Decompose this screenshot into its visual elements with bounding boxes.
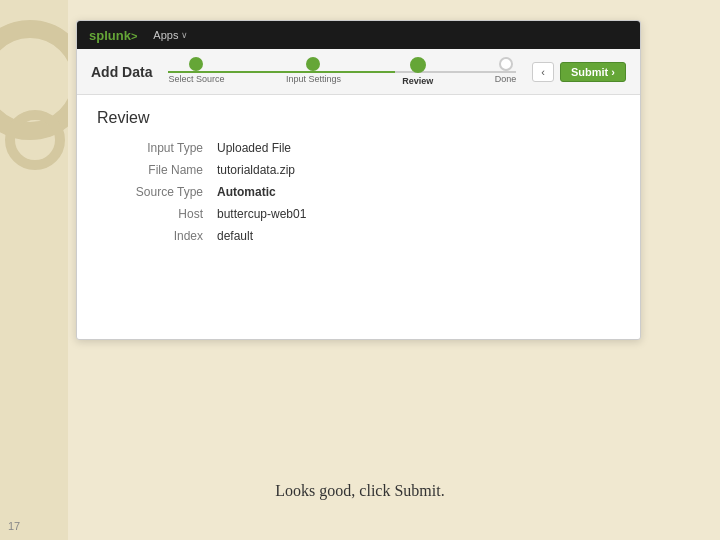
field-value: Automatic	[217, 185, 276, 199]
step-review: Review	[402, 57, 433, 86]
table-row: Input TypeUploaded File	[97, 141, 620, 155]
nav-actions: ‹ Submit ›	[532, 62, 626, 82]
field-label: Input Type	[97, 141, 217, 155]
page-number: 17	[8, 520, 20, 532]
field-label: File Name	[97, 163, 217, 177]
progress-stepper: Select Source Input Settings Review Done	[168, 57, 516, 86]
field-value: default	[217, 229, 253, 243]
submit-button[interactable]: Submit ›	[560, 62, 626, 82]
page-title: Add Data	[91, 64, 152, 80]
step-label-2: Input Settings	[286, 74, 341, 84]
review-title: Review	[97, 109, 620, 127]
bottom-caption: Looks good, click Submit.	[275, 482, 444, 500]
step-circle-2	[306, 57, 320, 71]
step-done: Done	[495, 57, 517, 86]
field-label: Source Type	[97, 185, 217, 199]
stepper-steps: Select Source Input Settings Review Done	[168, 57, 516, 86]
table-row: Source TypeAutomatic	[97, 185, 620, 199]
back-button[interactable]: ‹	[532, 62, 554, 82]
step-circle-1	[189, 57, 203, 71]
main-content: splunk> Apps ∨ Add Data Select Source	[76, 20, 696, 500]
browser-window: splunk> Apps ∨ Add Data Select Source	[76, 20, 641, 340]
field-value: Uploaded File	[217, 141, 291, 155]
step-label-4: Done	[495, 74, 517, 84]
field-value: buttercup-web01	[217, 207, 306, 221]
left-decoration	[0, 0, 68, 540]
field-label: Host	[97, 207, 217, 221]
circle-small	[5, 110, 65, 170]
field-value: tutorialdata.zip	[217, 163, 295, 177]
field-label: Index	[97, 229, 217, 243]
step-input-settings: Input Settings	[286, 57, 341, 86]
review-table: Input TypeUploaded FileFile Nametutorial…	[97, 141, 620, 243]
step-circle-3	[410, 57, 426, 73]
apps-chevron-icon: ∨	[181, 30, 188, 40]
step-select-source: Select Source	[168, 57, 224, 86]
step-circle-4	[499, 57, 513, 71]
apps-menu[interactable]: Apps ∨	[153, 29, 188, 41]
step-label-1: Select Source	[168, 74, 224, 84]
table-row: File Nametutorialdata.zip	[97, 163, 620, 177]
add-data-bar: Add Data Select Source Input Settings	[77, 49, 640, 95]
step-label-3: Review	[402, 76, 433, 86]
splunk-logo: splunk>	[89, 28, 137, 43]
nav-bar: splunk> Apps ∨	[77, 21, 640, 49]
table-row: Hostbuttercup-web01	[97, 207, 620, 221]
review-section: Review Input TypeUploaded FileFile Namet…	[77, 95, 640, 265]
table-row: Indexdefault	[97, 229, 620, 243]
